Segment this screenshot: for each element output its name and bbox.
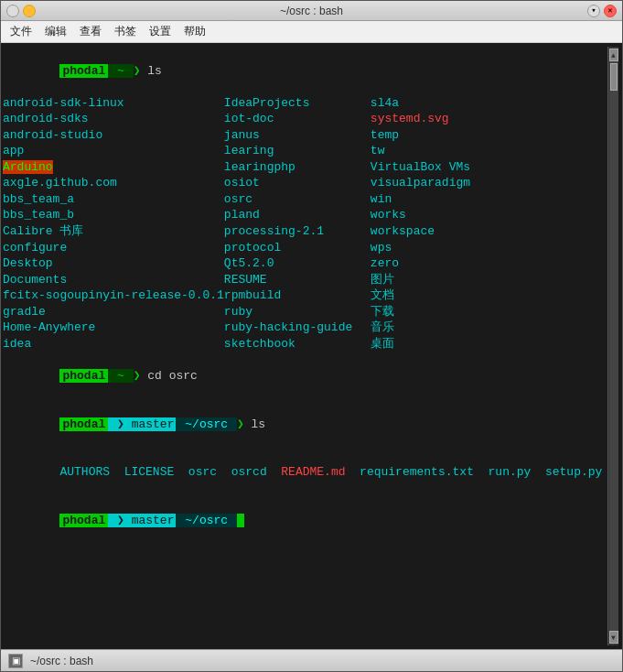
list-item: Home-Anywhere [3, 320, 224, 336]
terminal-output[interactable]: phodal ~ ❯ ls android-sdk-linux android-… [3, 47, 607, 645]
list-item: janus [224, 127, 371, 144]
window-controls[interactable] [6, 5, 36, 17]
list-item: learingphp [224, 159, 371, 176]
list-item: Documents [3, 272, 224, 288]
scroll-down-button[interactable]: ▼ [609, 631, 618, 644]
prompt-user-3: phodal [59, 417, 108, 431]
scrollbar[interactable]: ▲ ▼ [607, 47, 618, 645]
menu-file[interactable]: 文件 [5, 23, 38, 40]
terminal-window: ~/osrc : bash ▾ ✕ 文件 编辑 查看 书签 设置 帮助 phod… [0, 0, 623, 672]
ls-col2: IdeaProjects iot-doc janus learing leari… [224, 95, 371, 352]
list-item: zero [371, 255, 499, 272]
close-button-x[interactable]: ✕ [604, 5, 617, 17]
menu-bar: 文件 编辑 查看 书签 设置 帮助 [1, 21, 622, 43]
menu-bookmarks[interactable]: 书签 [109, 23, 142, 40]
list-item: osrc [224, 191, 371, 208]
list-item: Arduino [3, 159, 224, 176]
list-item: sketchbook [224, 336, 371, 352]
list-item: configure [3, 240, 224, 256]
list-item: Qt5.2.0 [224, 255, 371, 272]
window-controls-right[interactable]: ▾ ✕ [587, 5, 617, 17]
list-item: systemd.svg [371, 111, 499, 127]
list-item: visualparadigm [371, 175, 499, 191]
list-item: RESUME [224, 272, 371, 288]
list-item: bbs_team_b [3, 207, 224, 223]
prompt-line-1: phodal ~ ❯ ls [3, 47, 607, 95]
ls-output: android-sdk-linux android-sdks android-s… [3, 95, 607, 352]
menu-view[interactable]: 查看 [74, 23, 107, 40]
list-item: rpmbuild [224, 287, 371, 304]
list-item: 下载 [371, 304, 499, 320]
window-btn-1[interactable] [6, 5, 19, 17]
list-item: android-studio [3, 127, 224, 144]
scroll-track[interactable] [609, 61, 618, 631]
scroll-up-button[interactable]: ▲ [609, 49, 618, 61]
bottom-label: ~/osrc : bash [30, 655, 93, 667]
list-item: 音乐 [371, 320, 499, 336]
list-item: 文档 [371, 287, 499, 304]
cursor [237, 514, 244, 527]
ls-osrc-output: AUTHORS LICENSE osrc osrcd README.md req… [3, 449, 607, 497]
list-item: 桌面 [371, 336, 499, 352]
list-item: IdeaProjects [224, 95, 371, 112]
menu-help[interactable]: 帮助 [178, 23, 211, 40]
prompt-line-2: phodal ~ ❯ cd osrc [3, 352, 607, 400]
bottom-bar: ▣ ~/osrc : bash [1, 649, 622, 671]
window-title: ~/osrc : bash [36, 5, 587, 17]
list-item: sl4a [371, 95, 499, 112]
prompt-user-2: phodal [59, 369, 108, 383]
list-item: workspace [371, 223, 499, 240]
close-button[interactable]: ▾ [587, 5, 600, 17]
prompt-line-4: phodal ❯ master ~/osrc [3, 496, 607, 545]
prompt-user-4: phodal [59, 514, 108, 527]
cmd-2: cd osrc [140, 369, 197, 383]
terminal-body[interactable]: phodal ~ ❯ ls android-sdk-linux android-… [1, 43, 622, 649]
list-item: ruby-hacking-guide [224, 320, 371, 336]
list-item: axgle.github.com [3, 175, 224, 191]
list-item: tw [371, 143, 499, 159]
cmd-3: ls [244, 417, 265, 431]
list-item: idea [3, 336, 224, 352]
list-item: gradle [3, 304, 224, 320]
list-item: win [371, 191, 499, 208]
list-item: protocol [224, 240, 371, 256]
minimize-button[interactable] [23, 5, 36, 17]
list-item: Calibre 书库 [3, 223, 224, 240]
list-item: wps [371, 240, 499, 256]
title-bar: ~/osrc : bash ▾ ✕ [1, 1, 622, 21]
list-item: pland [224, 207, 371, 223]
list-item: osiot [224, 175, 371, 191]
list-item: fcitx-sogoupinyin-release-0.0.1 [3, 287, 224, 304]
list-item: works [371, 207, 499, 223]
list-item: Desktop [3, 255, 224, 272]
list-item: 图片 [371, 272, 499, 288]
terminal-icon: ▣ [8, 654, 23, 668]
list-item: processing-2.1 [224, 223, 371, 240]
list-item: iot-doc [224, 111, 371, 127]
prompt-line-3: phodal ❯ master ~/osrc ❯ ls [3, 400, 607, 449]
list-item: android-sdk-linux [3, 95, 224, 112]
scroll-thumb[interactable] [610, 63, 618, 91]
list-item: learing [224, 143, 371, 159]
prompt-user-1: phodal [59, 64, 108, 78]
list-item: android-sdks [3, 111, 224, 127]
list-item: VirtualBox VMs [371, 159, 499, 176]
menu-settings[interactable]: 设置 [144, 23, 177, 40]
ls-col3: sl4a systemd.svg temp tw VirtualBox VMs … [371, 95, 499, 352]
list-item: temp [371, 127, 499, 144]
list-item: app [3, 143, 224, 159]
list-item: bbs_team_a [3, 191, 224, 208]
ls-col1: android-sdk-linux android-sdks android-s… [3, 95, 224, 352]
list-item: ruby [224, 304, 371, 320]
menu-edit[interactable]: 编辑 [39, 23, 72, 40]
cmd-1: ls [140, 64, 161, 78]
